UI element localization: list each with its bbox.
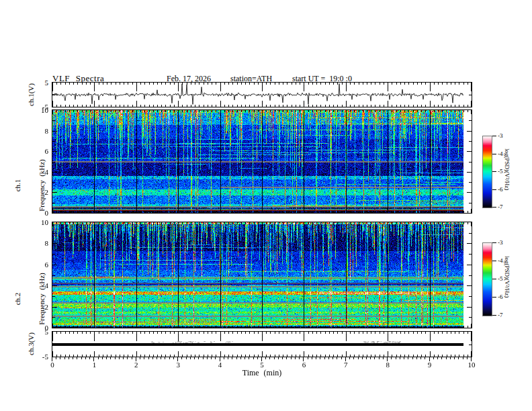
y-tick-label: -5: [31, 353, 48, 361]
colorbar-tick-label: -4: [498, 257, 503, 264]
x-tick-label: 9: [421, 361, 439, 369]
x-tick-label: 7: [337, 361, 355, 369]
y-tick-label: 6: [31, 147, 48, 155]
colorbar-tick: [492, 189, 496, 190]
y-tick-label: 2: [31, 303, 48, 311]
colorbar-tick: [492, 136, 496, 136]
y-tick-label: 4: [31, 281, 48, 289]
x-tick-label: 8: [379, 361, 396, 369]
spec1-axis-label-line1: ch.1: [13, 150, 21, 221]
colorbar-tick-label: -6: [498, 293, 503, 300]
colorbar-tick-label: -4: [498, 150, 503, 157]
y-tick-label: 8: [31, 239, 48, 247]
colorbar-tick: [492, 171, 496, 172]
y-tick-label: 10: [31, 106, 48, 114]
colorbar-tick: [492, 315, 496, 316]
colorbar-tick-label: -3: [498, 239, 503, 246]
ch1-spectrogram-canvas: [52, 110, 472, 213]
y-tick-label: 5: [31, 79, 48, 87]
x-tick-label: 3: [169, 361, 187, 369]
ch2-spectrogram-canvas: [52, 222, 472, 328]
y-tick-label: 8: [31, 127, 48, 135]
colorbar-tick-label: -7: [498, 312, 503, 318]
colorbar-tick: [492, 242, 496, 243]
ch1-waveform-canvas: [52, 83, 472, 107]
spec2-axis-label-line1: ch.2: [13, 263, 21, 334]
x-tick-label: 0: [44, 361, 61, 369]
spectrogram-ch2: [52, 222, 472, 328]
colorbar-tick: [492, 279, 496, 279]
plot-ch3-voltage: [52, 331, 472, 357]
time-axis-title: Time (min): [195, 368, 329, 378]
colorbar-tick-label: -7: [498, 203, 503, 210]
y-tick-label: 10: [31, 218, 48, 226]
vlf-spectra-figure: VLF Spectra Feb. 17, 2026 station=ATH st…: [0, 0, 532, 411]
colorbar-axis-title: log(PSD)(V²/Hz): [504, 256, 511, 298]
ch3-waveform-canvas: [52, 332, 472, 357]
x-tick-label: 2: [128, 361, 145, 369]
colorbar-axis-title: log(PSD)(V²/Hz): [504, 148, 511, 190]
colorbar-tick: [492, 207, 496, 208]
colorbar-tick-label: -6: [498, 186, 503, 193]
colorbar-tick: [492, 297, 496, 298]
y-tick-label: 6: [31, 261, 48, 269]
colorbar-2: [482, 242, 492, 316]
y-tick-label: 2: [31, 188, 48, 196]
x-tick-label: 1: [85, 361, 103, 369]
colorbar-tick: [492, 154, 496, 154]
colorbar-tick-label: -3: [498, 132, 503, 139]
y-tick-label: 4: [31, 168, 48, 176]
spectrogram-ch1: [52, 109, 472, 214]
colorbar-tick-label: -5: [498, 275, 503, 282]
y-tick-label: 0: [31, 209, 48, 217]
colorbar-tick-label: -5: [498, 168, 503, 175]
colorbar-1: [482, 136, 492, 208]
colorbar-tick: [492, 261, 496, 261]
plot-ch1-voltage: [52, 82, 472, 107]
x-tick-label: 10: [463, 361, 480, 369]
y-tick-label: 0: [31, 324, 48, 332]
